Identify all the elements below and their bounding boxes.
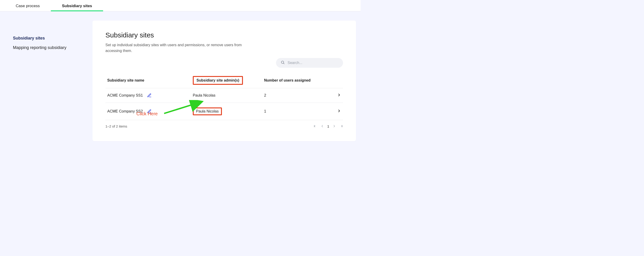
page-current: 1 xyxy=(327,124,329,128)
cell-site-admin: Paula Nicolas xyxy=(196,109,219,113)
tab-label: Case process xyxy=(16,4,40,8)
page-last-icon[interactable] xyxy=(339,124,343,128)
table-row[interactable]: ACME Company SS1 Paula Nicolas 2 xyxy=(106,88,343,102)
table-row[interactable]: ACME Company SS2 Paula Nicolas xyxy=(106,102,343,120)
page-title: Subsidiary sites xyxy=(106,31,343,39)
sidebar-item-subsidiary-sites[interactable]: Subsidiary sites xyxy=(13,34,88,43)
edit-icon[interactable] xyxy=(147,93,152,98)
th-site-admin[interactable]: Subsidiary site admin(s) xyxy=(191,73,262,88)
subsidiary-sites-table: Subsidiary site name Subsidiary site adm… xyxy=(106,73,343,120)
th-label: Subsidiary site admin(s) xyxy=(196,78,239,82)
search-input[interactable] xyxy=(288,61,338,65)
search-box[interactable] xyxy=(276,58,343,68)
cell-users-assigned: 2 xyxy=(264,93,266,97)
cell-site-admin: Paula Nicolas xyxy=(193,93,216,97)
sidebar-item-mapping-reporting-subsidiary[interactable]: Mapping reporting subsidiary xyxy=(13,43,88,52)
sidebar: Subsidiary sites Mapping reporting subsi… xyxy=(0,20,88,52)
cell-users-assigned: 1 xyxy=(264,109,266,113)
cell-site-name: ACME Company SS2 xyxy=(107,109,143,114)
pagination: 1–2 of 2 items 1 xyxy=(106,120,343,128)
annotation-highlight: Subsidiary site admin(s) xyxy=(193,76,243,85)
main-card: Subsidiary sites Set up individual subsi… xyxy=(92,20,356,141)
edit-icon[interactable] xyxy=(147,109,152,114)
chevron-right-icon[interactable] xyxy=(337,109,341,113)
tab-label: Subsidiary sites xyxy=(62,4,92,8)
th-label: Number of users assigned xyxy=(264,78,310,82)
annotation-highlight: Paula Nicolas xyxy=(193,108,222,115)
th-users-assigned[interactable]: Number of users assigned xyxy=(262,73,329,88)
tab-subsidiary-sites[interactable]: Subsidiary sites xyxy=(51,0,103,11)
th-label: Subsidiary site name xyxy=(107,78,144,82)
chevron-right-icon[interactable] xyxy=(337,93,341,97)
svg-point-0 xyxy=(281,61,284,64)
sidebar-item-label: Mapping reporting subsidiary xyxy=(13,45,66,50)
svg-line-1 xyxy=(284,63,284,64)
page-prev-icon[interactable] xyxy=(320,124,324,128)
cell-site-name: ACME Company SS1 xyxy=(107,93,143,98)
th-site-name[interactable]: Subsidiary site name xyxy=(106,73,191,88)
sidebar-item-label: Subsidiary sites xyxy=(13,36,45,40)
pagination-summary: 1–2 of 2 items xyxy=(106,124,127,128)
tab-case-process[interactable]: Case process xyxy=(4,0,51,11)
top-tabs: Case process Subsidiary sites xyxy=(0,0,360,11)
page-first-icon[interactable] xyxy=(314,124,317,128)
search-icon xyxy=(280,60,285,66)
page-description: Set up individual subsidiary sites with … xyxy=(106,42,249,54)
page-next-icon[interactable] xyxy=(332,124,336,128)
